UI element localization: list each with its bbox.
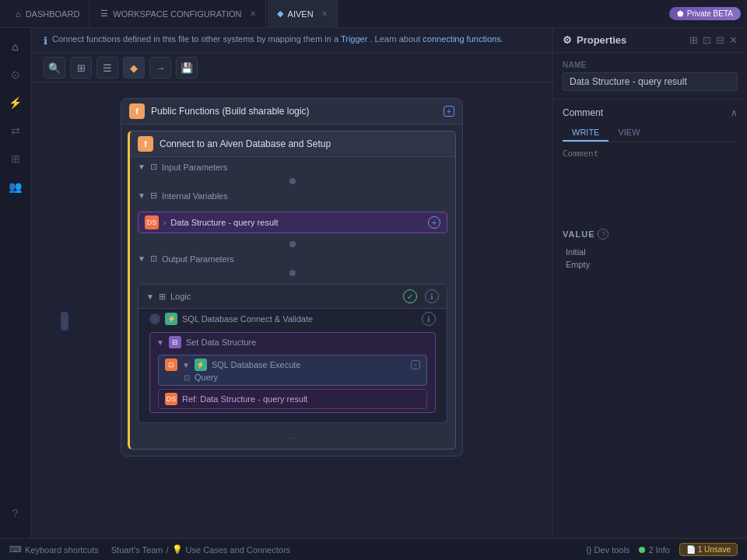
sidebar-item-search[interactable]: ⊙	[3, 62, 28, 87]
location-label: Use Cases and Connectors	[186, 545, 291, 555]
sidebar-item-help[interactable]: ?	[3, 501, 28, 526]
output-params-header[interactable]: ▼ ⊡ Output Parameters	[130, 249, 455, 268]
bottom-bar: ⌨ Keyboard shortcuts Stuart's Team / 💡 U…	[31, 538, 552, 560]
write-view-tabs: WRITE VIEW	[563, 124, 738, 142]
top-bar: ⌂ DASHBOARD ☰ WORKSPACE CONFIGURATION ✕ …	[0, 0, 747, 28]
value-items: Initial Empty	[563, 246, 738, 271]
set-data-icon: ⊟	[169, 336, 181, 348]
input-params-header[interactable]: ▼ ⊡ Input Parameters	[130, 157, 455, 177]
info-text: Connect functions defined in this file t…	[52, 34, 503, 44]
team-location[interactable]: Stuart's Team / 💡 Use Cases and Connecto…	[111, 544, 290, 555]
connection-dot-2	[130, 240, 455, 249]
close-workspace-tab[interactable]: ✕	[250, 9, 256, 18]
input-params-label: Input Parameters	[162, 163, 227, 172]
query-indicator: ⊡	[184, 373, 190, 382]
write-tab[interactable]: WRITE	[563, 124, 608, 142]
sidebar-item-connect[interactable]: ⇄	[3, 118, 28, 143]
comment-header: Comment ∧	[563, 107, 738, 118]
highlight-tool-button[interactable]: ◆	[123, 57, 145, 79]
name-value: Data Structure - query result	[563, 72, 738, 91]
close-aiven-tab[interactable]: ✕	[321, 9, 328, 18]
info-text-main: Connect functions defined in this file t…	[52, 34, 338, 44]
logic-icon: ⊞	[159, 292, 166, 302]
public-functions-title: Public Functions (Build sharable logic)	[151, 106, 309, 117]
value-info-icon[interactable]: ?	[598, 229, 608, 240]
logic-section: ▼ ⊞ Logic ✓ ℹ ○ ⚡ SQL Database Connect &…	[138, 284, 447, 423]
logic-header[interactable]: ▼ ⊞ Logic ✓ ℹ	[139, 285, 447, 309]
sidebar-item-bolt[interactable]: ⚡	[3, 90, 28, 115]
search-tool-button[interactable]: 🔍	[44, 57, 65, 79]
variable-item[interactable]: DS › Data Structure - query result +	[138, 212, 447, 233]
align-tool-button[interactable]: ☰	[96, 57, 118, 79]
logic-info-button[interactable]: ℹ	[425, 289, 439, 303]
trigger-link[interactable]: Trigger	[341, 34, 367, 44]
sidebar-item-users[interactable]: 👥	[3, 174, 28, 199]
sql-connect-item[interactable]: ○ ⚡ SQL Database Connect & Validate ℹ	[139, 309, 447, 329]
output-params-chevron: ▼	[138, 254, 146, 263]
value-header: VALUE ?	[563, 229, 738, 240]
conn-dot-2	[289, 241, 296, 247]
left-sidebar: ⌂ ⊙ ⚡ ⇄ ⊞ 👥 ? ›	[0, 28, 31, 560]
set-data-structure-item[interactable]: ▼ ⊟ Set Data Structure ⊡ ▼ ⚡ SQL	[149, 332, 436, 413]
expand-handle-bottom[interactable]: ⋯	[130, 429, 455, 449]
variable-type-icon: DS	[145, 215, 159, 229]
internal-vars-icon: ⊟	[150, 191, 157, 201]
beta-icon: ⬟	[677, 9, 684, 18]
internal-vars-chevron: ▼	[138, 191, 146, 200]
value-section: VALUE ? Initial Empty	[553, 221, 747, 278]
tab-aiven-label: AIVEN	[288, 9, 314, 19]
beta-badge: ⬟ Private BETA	[669, 7, 741, 20]
info-icon: ℹ	[44, 35, 47, 47]
set-data-inner: ▼ ⊟ Set Data Structure	[150, 333, 435, 352]
internal-vars-label: Internal Variables	[162, 191, 228, 201]
editor-toolbar: 🔍 ⊞ ☰ ◆ → 💾	[31, 54, 552, 82]
tab-aiven[interactable]: ◆ AIVEN ✕	[268, 0, 338, 27]
logic-check-button[interactable]: ✓	[403, 289, 417, 303]
tab-workspace-label: WORKSPACE CONFIGURATION	[113, 9, 241, 19]
public-functions-icon: f	[129, 103, 145, 119]
location-icon: 💡	[172, 544, 183, 555]
comment-section: Comment ∧ WRITE VIEW	[553, 100, 747, 221]
add-function-button[interactable]: +	[444, 106, 454, 117]
sql-connect-info[interactable]: ℹ	[422, 312, 436, 326]
sql-connect-dot: ○	[149, 313, 160, 324]
sidebar-item-home[interactable]: ⌂	[3, 34, 28, 59]
aiven-block-header: f Connect to an Aiven Database and Setup	[130, 131, 455, 157]
drag-handle[interactable]: ⋮	[61, 312, 68, 331]
comment-input[interactable]	[563, 149, 738, 211]
save-tool-button[interactable]: 💾	[176, 57, 198, 79]
panel-icon-close[interactable]: ✕	[729, 34, 738, 46]
output-params-icon: ⊡	[150, 254, 157, 264]
view-tab[interactable]: VIEW	[608, 124, 649, 142]
right-panel-header: ⚙ Properties ⊞ ⊡ ⊟ ✕	[553, 28, 747, 53]
internal-vars-header[interactable]: ▼ ⊟ Internal Variables	[130, 186, 455, 205]
value-label: VALUE	[563, 229, 594, 239]
connecting-functions-link[interactable]: connecting functions	[423, 34, 500, 44]
aiven-icon: ◆	[277, 9, 283, 19]
canvas-area: ⋮ f Public Functions (Build sharable log…	[31, 82, 552, 560]
panel-icon-grid[interactable]: ⊞	[689, 34, 698, 46]
panel-icon-split[interactable]: ⊡	[703, 34, 711, 46]
tab-workspace[interactable]: ☰ WORKSPACE CONFIGURATION ✕	[91, 0, 265, 27]
keyboard-shortcuts[interactable]: ⌨ Keyboard shortcuts	[31, 544, 99, 555]
sidebar-item-layers[interactable]: ⊞	[3, 146, 28, 171]
variable-add-button[interactable]: +	[428, 216, 440, 229]
comment-collapse-icon[interactable]: ∧	[731, 107, 738, 118]
sql-execute-item[interactable]: ⊡ ▼ ⚡ SQL Database Execute + ⊡ Query	[158, 355, 427, 386]
sql-execute-add[interactable]: +	[411, 360, 420, 369]
arrow-tool-button[interactable]: →	[149, 57, 171, 79]
panel-icon-minus[interactable]: ⊟	[716, 34, 724, 46]
logic-label: Logic	[170, 292, 191, 301]
query-row: ⊡ Query	[165, 371, 420, 382]
ref-item[interactable]: DS Ref: Data Structure - query result	[158, 389, 427, 409]
properties-label: Properties	[577, 34, 626, 46]
grid-tool-button[interactable]: ⊞	[70, 57, 92, 79]
workspace-icon: ☰	[100, 9, 108, 19]
public-functions-header: f Public Functions (Build sharable logic…	[121, 99, 462, 124]
function-block: f Public Functions (Build sharable logic…	[121, 98, 463, 457]
right-panel: ⚙ Properties ⊞ ⊡ ⊟ ✕ Name Data Structure…	[552, 28, 747, 560]
properties-title: ⚙ Properties	[563, 34, 626, 46]
aiven-block-title: Connect to an Aiven Database and Setup	[160, 138, 331, 149]
properties-icon: ⚙	[563, 34, 572, 46]
tab-dashboard[interactable]: ⌂ DASHBOARD	[6, 0, 89, 27]
